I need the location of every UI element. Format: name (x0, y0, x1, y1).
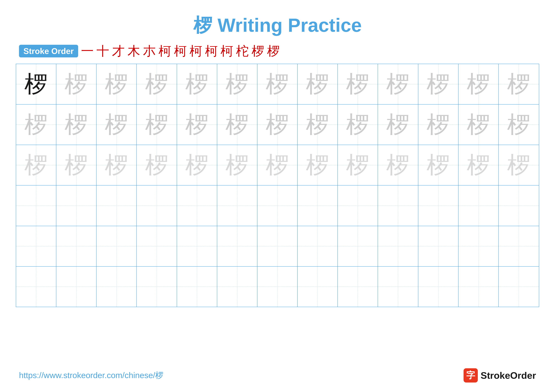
cell-6-1[interactable] (16, 267, 56, 307)
cell-5-7[interactable] (257, 226, 298, 266)
cell-3-13: 椤 (499, 145, 539, 185)
cell-3-10: 椤 (378, 145, 418, 185)
cell-6-2[interactable] (56, 267, 96, 307)
footer: https://www.strokeorder.com/chinese/椤 字 … (0, 368, 555, 383)
cell-3-9: 椤 (338, 145, 378, 185)
cell-2-13: 椤 (499, 105, 539, 145)
cell-5-8[interactable] (298, 226, 338, 266)
cell-2-12: 椤 (459, 105, 499, 145)
cell-5-9[interactable] (338, 226, 378, 266)
cell-5-12[interactable] (459, 226, 499, 266)
cell-6-13[interactable] (499, 267, 539, 307)
cell-5-13[interactable] (499, 226, 539, 266)
cell-6-4[interactable] (137, 267, 177, 307)
stroke-3: 才 (112, 45, 125, 57)
cell-2-7: 椤 (257, 105, 298, 145)
cell-2-6: 椤 (217, 105, 257, 145)
cell-1-4: 椤 (137, 64, 177, 104)
cell-1-2: 椤 (56, 64, 96, 104)
grid-row-4 (16, 185, 539, 226)
cell-2-11: 椤 (418, 105, 459, 145)
cell-4-12[interactable] (459, 185, 499, 226)
cell-4-10[interactable] (378, 185, 418, 226)
cell-3-12: 椤 (459, 145, 499, 185)
cell-4-3[interactable] (96, 185, 137, 226)
cell-2-3: 椤 (96, 105, 137, 145)
cell-3-6: 椤 (217, 145, 257, 185)
stroke-order-badge: Stroke Order (19, 45, 78, 57)
cell-1-9: 椤 (338, 64, 378, 104)
stroke-9: 柯 (205, 45, 218, 57)
cell-4-1[interactable] (16, 185, 56, 226)
cell-2-10: 椤 (378, 105, 418, 145)
strokeorder-logo-icon: 字 (464, 368, 478, 383)
stroke-6: 柯 (159, 45, 171, 57)
stroke-5: 朩 (143, 45, 156, 57)
cell-6-5[interactable] (177, 267, 217, 307)
cell-4-8[interactable] (298, 185, 338, 226)
cell-6-12[interactable] (459, 267, 499, 307)
cell-3-8: 椤 (298, 145, 338, 185)
stroke-1: 一 (81, 45, 94, 57)
cell-5-4[interactable] (137, 226, 177, 266)
stroke-order-row: Stroke Order 一 十 才 木 朩 柯 柯 柯 柯 柯 柁 椤 椤 (0, 45, 555, 64)
grid-row-1: 椤 椤 椤 椤 椤 椤 椤 椤 椤 椤 椤 椤 椤 (16, 64, 539, 105)
cell-1-5: 椤 (177, 64, 217, 104)
cell-6-8[interactable] (298, 267, 338, 307)
cell-3-11: 椤 (418, 145, 459, 185)
cell-1-1: 椤 (16, 64, 56, 104)
footer-url: https://www.strokeorder.com/chinese/椤 (19, 370, 163, 381)
cell-5-5[interactable] (177, 226, 217, 266)
cell-2-4: 椤 (137, 105, 177, 145)
cell-4-13[interactable] (499, 185, 539, 226)
stroke-7: 柯 (174, 45, 187, 57)
cell-4-4[interactable] (137, 185, 177, 226)
stroke-2: 十 (96, 45, 109, 57)
cell-3-4: 椤 (137, 145, 177, 185)
cell-6-3[interactable] (96, 267, 137, 307)
cell-6-10[interactable] (378, 267, 418, 307)
cell-2-2: 椤 (56, 105, 96, 145)
grid-row-2: 椤 椤 椤 椤 椤 椤 椤 椤 椤 椤 椤 椤 椤 (16, 105, 539, 145)
cell-1-13: 椤 (499, 64, 539, 104)
cell-5-3[interactable] (96, 226, 137, 266)
grid-row-5 (16, 226, 539, 267)
cell-6-9[interactable] (338, 267, 378, 307)
cell-4-5[interactable] (177, 185, 217, 226)
cell-5-2[interactable] (56, 226, 96, 266)
cell-5-6[interactable] (217, 226, 257, 266)
cell-3-7: 椤 (257, 145, 298, 185)
practice-grid: 椤 椤 椤 椤 椤 椤 椤 椤 椤 椤 椤 椤 椤 椤 椤 椤 椤 椤 椤 椤 … (16, 64, 539, 307)
stroke-13: 椤 (267, 45, 280, 57)
strokeorder-logo-text: StrokeOrder (481, 370, 536, 381)
cell-3-1: 椤 (16, 145, 56, 185)
stroke-8: 柯 (190, 45, 202, 57)
cell-2-8: 椤 (298, 105, 338, 145)
cell-4-9[interactable] (338, 185, 378, 226)
cell-4-6[interactable] (217, 185, 257, 226)
cell-5-1[interactable] (16, 226, 56, 266)
cell-2-9: 椤 (338, 105, 378, 145)
grid-row-6 (16, 267, 539, 307)
cell-4-11[interactable] (418, 185, 459, 226)
stroke-12: 椤 (252, 45, 264, 57)
footer-logo: 字 StrokeOrder (464, 368, 536, 383)
cell-1-12: 椤 (459, 64, 499, 104)
cell-1-6: 椤 (217, 64, 257, 104)
cell-6-6[interactable] (217, 267, 257, 307)
page-title: 椤 Writing Practice (0, 0, 555, 45)
cell-1-3: 椤 (96, 64, 137, 104)
cell-1-10: 椤 (378, 64, 418, 104)
cell-5-10[interactable] (378, 226, 418, 266)
cell-1-8: 椤 (298, 64, 338, 104)
cell-4-2[interactable] (56, 185, 96, 226)
cell-3-5: 椤 (177, 145, 217, 185)
stroke-4: 木 (128, 45, 140, 57)
cell-3-2: 椤 (56, 145, 96, 185)
cell-6-11[interactable] (418, 267, 459, 307)
grid-row-3: 椤 椤 椤 椤 椤 椤 椤 椤 椤 椤 椤 椤 椤 (16, 145, 539, 185)
cell-4-7[interactable] (257, 185, 298, 226)
cell-5-11[interactable] (418, 226, 459, 266)
cell-6-7[interactable] (257, 267, 298, 307)
stroke-11: 柁 (236, 45, 249, 57)
